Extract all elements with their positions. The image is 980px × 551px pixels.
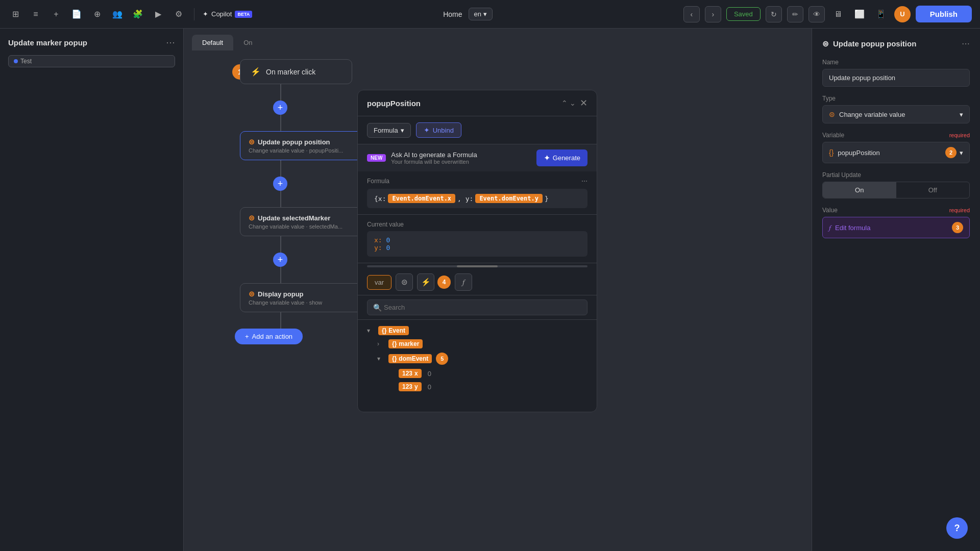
add-between-btn-2[interactable]: + (273, 177, 287, 191)
topnav: ⊞ ≡ + 📄 ⊕ 👥 🧩 ▶ ⚙ ✦ Copilot BETA Home en… (0, 0, 980, 29)
type-selector[interactable]: ⊜ Change variable value ▾ (822, 105, 970, 123)
action-node-2[interactable]: ⊜ Update selectedMarker Change variable … (240, 207, 362, 236)
type-field-label: Type (822, 95, 970, 102)
stack-toolbar-btn[interactable]: ⊜ (396, 273, 413, 291)
preview-btn[interactable]: 👁 (808, 6, 825, 22)
ai-text-group: Ask AI to generate a Formula Your formul… (391, 151, 477, 165)
action-node-3[interactable]: ⊜ Display popup Change variable value · … (240, 283, 362, 312)
partial-update-label: Partial Update (822, 171, 970, 179)
add-between-btn-1[interactable]: + (273, 101, 287, 115)
ai-bar-sub: Your formula will be overwritten (391, 159, 477, 165)
stack-icon-1: ⊜ (249, 138, 255, 146)
generate-icon: ✦ (544, 153, 550, 163)
plus-icon[interactable]: + (49, 7, 63, 21)
formula-more-icon[interactable]: ⋯ (581, 178, 587, 185)
settings-icon[interactable]: ⚙ (172, 7, 186, 21)
lightning-toolbar-btn[interactable]: ⚡ (417, 273, 434, 291)
formula-token-1[interactable]: Event.domEvent.x (388, 194, 455, 203)
help-button[interactable]: ? (946, 517, 968, 539)
popup-modal-arrows[interactable]: ⌃ ⌄ (561, 99, 576, 107)
tab-on[interactable]: On (233, 35, 262, 51)
current-value-label: Current value (367, 221, 587, 228)
search-icon: 🔍 (373, 304, 382, 312)
copilot-button[interactable]: ✦ Copilot BETA (203, 10, 252, 18)
test-button[interactable]: Test (8, 55, 175, 67)
mobile-icon[interactable]: 📱 (873, 6, 889, 22)
generate-button[interactable]: ✦ Generate (536, 149, 587, 166)
function-toolbar-btn[interactable]: 𝑓 (455, 273, 472, 291)
list-icon[interactable]: ≡ (29, 7, 43, 21)
right-panel-more-icon[interactable]: ⋯ (962, 39, 970, 48)
formula-comma: , y: (457, 195, 473, 203)
tree-marker-item[interactable]: › {} marker (377, 337, 587, 350)
formula-box[interactable]: {x: Event.domEvent.x , y: Event.domEvent… (367, 189, 587, 208)
nav-divider (194, 8, 194, 20)
name-input[interactable] (822, 69, 970, 87)
search-bar: 🔍 (358, 295, 597, 320)
action-node-1[interactable]: ⊜ Update popup position Change variable … (240, 131, 362, 160)
nav-forward-btn[interactable]: › (705, 6, 721, 22)
grid-icon[interactable]: ⊞ (8, 7, 22, 21)
scrollbar-thumb[interactable] (457, 265, 498, 267)
tree-x-item[interactable]: 123 x 0 (387, 367, 587, 380)
tree-domevent-item[interactable]: ▾ {} domEvent 5 (377, 350, 587, 367)
tree-y-val: 0 (428, 383, 431, 391)
doc-icon[interactable]: 📄 (69, 7, 84, 21)
puzzle-icon[interactable]: 🧩 (131, 7, 145, 21)
edit-btn[interactable]: ✏ (787, 6, 803, 22)
y-label: y (414, 383, 418, 390)
tablet-icon[interactable]: ⬜ (851, 6, 868, 22)
ai-bar-text: Ask AI to generate a Formula (391, 151, 477, 159)
domevent-label: domEvent (399, 355, 428, 362)
formula-token-2[interactable]: Event.domEvent.y (475, 194, 543, 203)
user-avatar[interactable]: U (894, 6, 911, 22)
add-between-btn-3[interactable]: + (273, 253, 287, 267)
right-panel-title: ⊜ Update popup position (822, 39, 916, 48)
refresh-btn[interactable]: ↻ (766, 6, 782, 22)
var-toolbar: var ⊜ ⚡ 4 𝑓 (358, 269, 597, 295)
edit-formula-button[interactable]: 𝑓 Edit formula 3 (822, 217, 970, 238)
popup-modal-close-icon[interactable]: ✕ (580, 97, 587, 109)
unbind-label: Unbind (433, 127, 454, 134)
marker-label: marker (399, 340, 419, 347)
language-selector[interactable]: en ▾ (469, 8, 493, 20)
publish-button[interactable]: Publish (916, 6, 972, 22)
people-icon[interactable]: 👥 (110, 7, 125, 21)
trigger-row: 1 ⚡ On marker click (240, 59, 362, 84)
tab-default[interactable]: Default (192, 35, 233, 51)
variable-selector[interactable]: {} popupPosition 2 ▾ (822, 142, 970, 163)
saved-button[interactable]: Saved (726, 7, 761, 21)
test-label: Test (20, 58, 32, 65)
var-selector-right: 2 ▾ (945, 147, 963, 158)
node1-label: Update popup position (258, 138, 330, 146)
variable-label: Variable (822, 132, 844, 139)
lang-label: en (474, 10, 481, 18)
tree-expand-icon: ▾ (367, 327, 374, 334)
var-button[interactable]: var (367, 275, 391, 290)
num-icon: 123 (402, 370, 412, 377)
tree-y-item[interactable]: 123 y 0 (387, 380, 587, 393)
toggle-on-btn[interactable]: On (823, 182, 896, 198)
trigger-node[interactable]: ⚡ On marker click (240, 59, 352, 84)
connector-7 (280, 312, 281, 329)
desktop-icon[interactable]: 🖥 (830, 6, 846, 22)
left-panel-more-icon[interactable]: ⋯ (166, 37, 175, 48)
tree-domevent-expand-icon: ▾ (377, 355, 384, 362)
tree-event-item[interactable]: ▾ {} Event (367, 324, 587, 337)
formula-prefix: {x: (374, 195, 386, 203)
formula-dropdown[interactable]: Formula ▾ (367, 123, 411, 138)
step4-group: ⚡ 4 (417, 273, 451, 291)
tree-domevent-row: ▾ {} domEvent 5 (367, 350, 587, 367)
step-5-badge: 5 (436, 353, 448, 365)
stack-icon-3: ⊜ (249, 290, 255, 298)
type-select-icon: ⊜ (829, 110, 835, 118)
search-input[interactable] (367, 299, 587, 315)
stack-icon[interactable]: ⊕ (90, 7, 104, 21)
nav-back-btn[interactable]: ‹ (683, 6, 700, 22)
edit-formula-label: Edit formula (835, 224, 870, 232)
add-action-button[interactable]: + Add an action (235, 329, 303, 344)
node2-label: Update selectedMarker (258, 214, 330, 222)
toggle-off-btn[interactable]: Off (896, 182, 970, 198)
terminal-icon[interactable]: ▶ (151, 7, 165, 21)
unbind-button[interactable]: ✦ Unbind (416, 122, 461, 138)
